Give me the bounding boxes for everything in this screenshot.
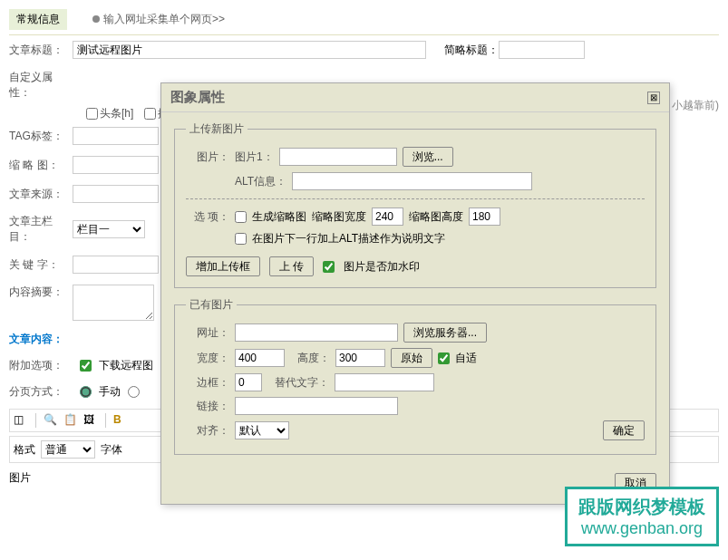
download-remote-label: 下载远程图 [99,358,153,373]
download-remote-checkbox[interactable] [80,360,92,372]
label-keywords: 关 键 字： [9,257,73,273]
attr-checkbox-c[interactable] [144,108,156,120]
image-properties-dialog: 图象属性 ⊠ 上传新图片 图片： 图片1： 浏览... ALT信息： 选 项： … [160,82,670,505]
url-input[interactable] [235,323,398,342]
short-title-input[interactable] [499,41,585,59]
watermark-box: 跟版网织梦模板 www.genban.org [565,487,719,546]
label-width: 宽度： [186,351,229,366]
close-icon[interactable]: ⊠ [647,92,660,104]
tabs: 常规信息 输入网址采集单个网页>> [9,5,719,35]
attr-checkbox-h[interactable] [86,108,98,120]
pic1-input[interactable] [279,148,397,166]
tags-input[interactable] [73,127,159,145]
image-icon[interactable]: 🖼 [83,413,98,428]
label-title: 文章标题： [9,43,73,58]
page-auto-radio[interactable] [128,386,140,398]
orig-button[interactable]: 原始 [391,348,432,368]
existing-fieldset: 已有图片 网址： 浏览服务器... 宽度： 高度： 原始 自适 边框： 替代文字… [174,297,656,455]
label-content: 文章内容： [9,332,73,347]
label-summary: 内容摘要： [9,285,73,300]
alt-desc-label: 在图片下一行加上ALT描述作为说明文字 [252,231,445,246]
summary-input[interactable] [73,285,154,321]
border-input[interactable] [235,373,262,391]
dialog-title: 图象属性 [170,89,225,106]
align-select[interactable]: 默认 [235,421,289,439]
watermark-cn: 跟版网织梦模板 [578,495,705,519]
format-select[interactable]: 普通 [41,440,95,459]
label-align: 对齐： [186,423,229,439]
watermark-label: 图片是否加水印 [344,259,420,275]
page-manual-radio[interactable] [80,386,92,398]
thumb-input[interactable] [73,156,159,174]
alttext-input[interactable] [335,373,434,391]
page-manual-label: 手动 [99,384,121,400]
existing-legend: 已有图片 [186,297,237,313]
upload-button[interactable]: 上 传 [269,256,314,276]
add-upload-box-button[interactable]: 增加上传框 [186,256,260,276]
label-format: 格式 [14,442,35,458]
label-font: 字体 [101,442,122,458]
auto-label: 自适 [455,351,477,366]
bold-icon[interactable]: B [113,413,128,428]
note-text: 小越靠前) [672,98,719,113]
source-icon[interactable]: ◫ [14,413,28,428]
title-input[interactable] [73,41,426,59]
attr-h[interactable]: 头条[h] [86,106,133,121]
label-height: 高度： [297,351,330,366]
label-alttext: 替代文字： [275,375,329,391]
label-column: 文章主栏目： [9,214,73,245]
gen-thumb-checkbox[interactable] [235,211,247,223]
ok-button[interactable]: 确定 [603,420,645,440]
copy-icon[interactable]: 📋 [63,413,78,428]
link-input[interactable] [235,397,398,415]
label-url: 网址： [186,325,229,341]
alt-desc-checkbox[interactable] [235,233,247,245]
source-input[interactable] [73,185,159,203]
label-link: 链接： [186,399,229,414]
label-short-title: 简略标题： [444,43,499,58]
browse-server-button[interactable]: 浏览服务器... [403,323,487,343]
label-tags: TAG标签： [9,129,73,144]
tab-general[interactable]: 常规信息 [9,9,67,30]
thumb-w-input[interactable] [372,208,403,226]
auto-checkbox[interactable] [438,352,450,364]
label-border: 边框： [186,375,229,391]
thumb-h-input[interactable] [469,208,500,226]
height-input[interactable] [335,349,385,367]
label-thumb: 缩 略 图： [9,158,73,173]
watermark-url: www.genban.org [578,519,705,538]
preview-icon[interactable]: 🔍 [44,413,58,428]
width-input[interactable] [235,349,285,367]
gen-thumb-label: 生成缩略图 [252,209,306,225]
upload-fieldset: 上传新图片 图片： 图片1： 浏览... ALT信息： 选 项： 生成缩略图 缩… [174,121,656,288]
watermark-checkbox[interactable] [323,261,335,273]
column-select[interactable]: 栏目一 [73,220,145,238]
altinfo-input[interactable] [292,172,532,190]
label-addopt: 附加选项： [9,358,73,373]
tab-collect[interactable]: 输入网址采集单个网页>> [85,9,232,30]
label-source: 文章来源： [9,187,73,202]
label-altinfo: ALT信息： [235,174,286,189]
thumb-h-label: 缩略图高度 [409,209,463,225]
label-opts: 选 项： [186,209,229,225]
label-custom-attr: 自定义属性： [9,70,73,101]
upload-legend: 上传新图片 [186,121,248,137]
thumb-w-label: 缩略图宽度 [312,209,366,225]
label-pic1: 图片1： [235,150,274,165]
keywords-input[interactable] [73,256,159,274]
label-pagemode: 分页方式： [9,384,73,400]
browse-button[interactable]: 浏览... [403,147,453,167]
label-pic: 图片： [186,150,229,165]
